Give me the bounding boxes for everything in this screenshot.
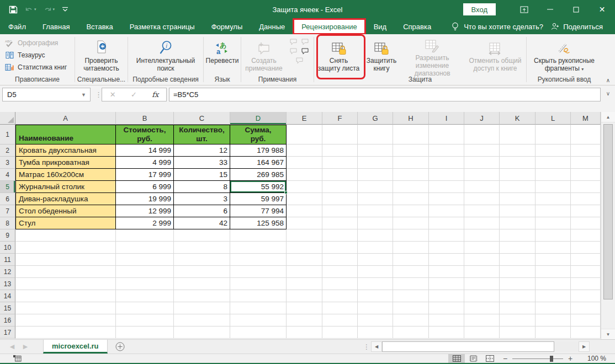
cell-F8[interactable] [322, 217, 358, 229]
page-break-view-button[interactable] [481, 354, 498, 363]
column-header-M[interactable]: M [571, 112, 601, 125]
cell-D5[interactable]: 55 992 [230, 181, 287, 193]
cell-A15[interactable] [15, 302, 116, 314]
cell-L9[interactable] [536, 229, 571, 242]
cell-G5[interactable] [358, 181, 393, 193]
cell-H9[interactable] [393, 229, 429, 242]
cell-G9[interactable] [358, 229, 393, 242]
cell-H16[interactable] [393, 314, 429, 326]
cell-H14[interactable] [393, 290, 429, 302]
column-header-G[interactable]: G [358, 112, 393, 125]
cell-L14[interactable] [536, 290, 571, 302]
cell-B4[interactable]: 17 999 [116, 169, 174, 181]
cell-A1[interactable]: Наименование [15, 125, 116, 144]
cell-G6[interactable] [358, 193, 393, 205]
column-header-E[interactable]: E [287, 112, 322, 125]
sign-in-button[interactable]: Вход [463, 3, 496, 15]
sheet-tab-active[interactable]: microexcel.ru [43, 340, 108, 354]
maximize-button[interactable] [563, 0, 589, 19]
cell-I1[interactable] [429, 125, 464, 144]
cell-A5[interactable]: Журналный столик [15, 181, 116, 193]
cell-M9[interactable] [571, 229, 601, 242]
unshare-workbook-button[interactable]: Отменить общий доступ к книге [465, 35, 526, 77]
next-comment-icon[interactable] [301, 39, 309, 45]
cell-K1[interactable] [500, 125, 536, 144]
cell-F12[interactable] [322, 266, 358, 278]
cell-F11[interactable] [322, 254, 358, 266]
cell-J7[interactable] [464, 205, 500, 217]
zoom-slider-handle[interactable] [550, 356, 553, 362]
cell-L1[interactable] [536, 125, 571, 144]
cell-E12[interactable] [287, 266, 322, 278]
zoom-level-label[interactable]: 100 % [577, 355, 606, 362]
workbook-statistics-button[interactable]: 123 Статистика книг [0, 61, 75, 73]
cell-C12[interactable] [174, 266, 230, 278]
cell-A2[interactable]: Кровать двухспальная [15, 144, 116, 157]
cell-G12[interactable] [358, 266, 393, 278]
minimize-button[interactable] [537, 0, 563, 19]
cell-C14[interactable] [174, 290, 230, 302]
cell-I9[interactable] [429, 229, 464, 242]
column-header-H[interactable]: H [393, 112, 429, 125]
cell-K5[interactable] [500, 181, 536, 193]
cell-H2[interactable] [393, 144, 429, 157]
spelling-button[interactable]: ABC Орфография [0, 37, 75, 49]
cell-E1[interactable] [287, 125, 322, 144]
tab-home[interactable]: Главная [34, 19, 78, 34]
cell-E10[interactable] [287, 242, 322, 254]
cell-G16[interactable] [358, 314, 393, 326]
cell-G3[interactable] [358, 157, 393, 169]
cell-C6[interactable]: 3 [174, 193, 230, 205]
undo-button[interactable]: ▾ [25, 6, 36, 13]
cell-L11[interactable] [536, 254, 571, 266]
cell-C10[interactable] [174, 242, 230, 254]
cell-H4[interactable] [393, 169, 429, 181]
row-header-5[interactable]: 5 [0, 181, 15, 193]
tab-page-layout[interactable]: Разметка страницы [121, 19, 203, 34]
cell-I14[interactable] [429, 290, 464, 302]
row-header-10[interactable]: 10 [0, 242, 15, 254]
zoom-in-button[interactable]: + [563, 354, 577, 363]
row-header-15[interactable]: 15 [0, 302, 15, 314]
check-accessibility-button[interactable]: Проверить читаемость [75, 34, 128, 76]
scroll-up-arrow[interactable]: ▲ [601, 112, 615, 122]
zoom-out-button[interactable]: − [498, 354, 512, 363]
cell-M10[interactable] [571, 242, 601, 254]
cell-F3[interactable] [322, 157, 358, 169]
cell-L12[interactable] [536, 266, 571, 278]
tab-file[interactable]: Файл [0, 19, 34, 34]
cell-J15[interactable] [464, 302, 500, 314]
cell-M7[interactable] [571, 205, 601, 217]
cell-E7[interactable] [287, 205, 322, 217]
cell-F13[interactable] [322, 278, 358, 290]
cell-D14[interactable] [230, 290, 287, 302]
sheet-nav-left-arrow[interactable]: ◀ [6, 340, 19, 354]
cell-I7[interactable] [429, 205, 464, 217]
cell-D10[interactable] [230, 242, 287, 254]
cell-B3[interactable]: 4 999 [116, 157, 174, 169]
cell-G8[interactable] [358, 217, 393, 229]
cell-L17[interactable] [536, 326, 571, 339]
page-layout-view-button[interactable] [465, 354, 481, 363]
cell-K3[interactable] [500, 157, 536, 169]
cell-J6[interactable] [464, 193, 500, 205]
cell-C1[interactable]: Количество, шт. [174, 125, 230, 144]
zoom-slider[interactable] [512, 354, 563, 363]
row-header-17[interactable]: 17 [0, 326, 15, 339]
cell-K4[interactable] [500, 169, 536, 181]
scroll-down-arrow[interactable]: ▼ [601, 329, 615, 339]
cell-I2[interactable] [429, 144, 464, 157]
collapse-ribbon-button[interactable]: ∧ [606, 77, 610, 83]
cell-B12[interactable] [116, 266, 174, 278]
cell-A9[interactable] [15, 229, 116, 242]
cell-K8[interactable] [500, 217, 536, 229]
cell-M17[interactable] [571, 326, 601, 339]
cell-I17[interactable] [429, 326, 464, 339]
cell-L8[interactable] [536, 217, 571, 229]
cell-L7[interactable] [536, 205, 571, 217]
cell-A14[interactable] [15, 290, 116, 302]
cell-A7[interactable]: Стол обеденный [15, 205, 116, 217]
cell-H5[interactable] [393, 181, 429, 193]
tab-review[interactable]: Рецензирование [293, 19, 365, 34]
vertical-scrollbar[interactable]: ▲ ▼ [601, 112, 615, 339]
